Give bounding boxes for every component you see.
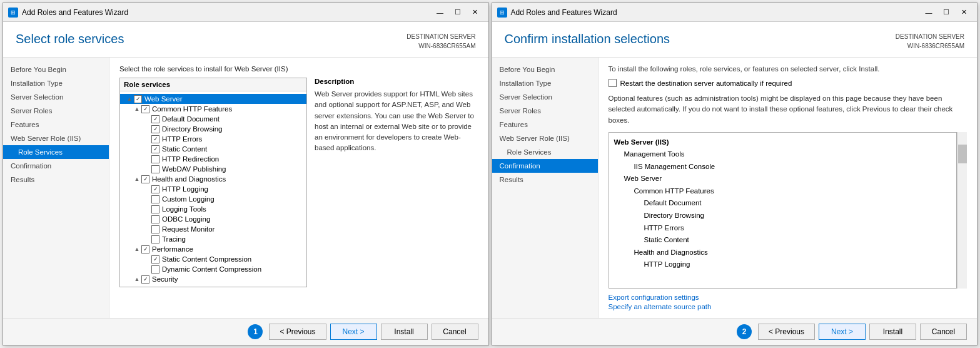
expander-common-http[interactable]: ▲: [133, 105, 141, 113]
sidebar-item-features-1[interactable]: Features: [3, 118, 109, 131]
tree-item-webdav[interactable]: WebDAV Publishing: [120, 164, 306, 174]
sidebar-item-installation-type-1[interactable]: Installation Type: [3, 76, 109, 90]
sidebar-item-before-you-begin-1[interactable]: Before You Begin: [3, 63, 109, 76]
checkbox-request-monitor[interactable]: [151, 225, 159, 233]
alternate-source-link[interactable]: Specify an alternate source path: [609, 303, 967, 310]
checkbox-tracing[interactable]: [151, 235, 159, 243]
minimize-button-2[interactable]: —: [921, 6, 937, 19]
tree-item-security[interactable]: ▲ Security: [120, 274, 306, 284]
install-item-web-server-iis: Web Server (IIS): [614, 136, 952, 149]
checkbox-dynamic-compress[interactable]: [151, 265, 159, 274]
role-services-panel: Select the role services to install for …: [119, 65, 478, 310]
tree-item-web-server[interactable]: ▲ Web Server: [120, 94, 306, 104]
footer-left-1: 1: [248, 324, 265, 339]
restart-label: Restart the destination server automatic…: [620, 79, 792, 87]
tree-item-static-compress[interactable]: Static Content Compression: [120, 254, 306, 264]
services-tree[interactable]: Role services ▲ Web Server: [119, 78, 307, 287]
tree-item-default-doc[interactable]: Default Document: [120, 114, 306, 124]
cancel-button-1[interactable]: Cancel: [432, 324, 478, 340]
export-config-link[interactable]: Export configuration settings: [609, 294, 967, 301]
destination-info-2: DESTINATION SERVER WIN-6836CR655AM: [896, 32, 964, 51]
tree-item-http-errors[interactable]: HTTP Errors: [120, 134, 306, 144]
previous-button-2[interactable]: < Previous: [758, 324, 815, 340]
checkbox-performance[interactable]: [141, 245, 149, 253]
checkbox-health-diag[interactable]: [141, 175, 149, 183]
sidebar-item-server-selection-2[interactable]: Server Selection: [492, 90, 598, 104]
next-button-1[interactable]: Next >: [330, 324, 377, 340]
sidebar-item-server-roles-2[interactable]: Server Roles: [492, 104, 598, 118]
sidebar-item-confirmation-1[interactable]: Confirmation: [3, 159, 109, 173]
tree-item-dir-browsing[interactable]: Directory Browsing: [120, 124, 306, 134]
sidebar-item-features-2[interactable]: Features: [492, 118, 598, 131]
install-item-mgmt-tools: Management Tools: [614, 148, 952, 161]
services-tree-wrap: Role services ▲ Web Server: [119, 78, 307, 310]
sidebar-1: Before You Begin Installation Type Serve…: [3, 58, 109, 318]
checkbox-web-server[interactable]: [134, 95, 142, 103]
maximize-button-2[interactable]: ☐: [938, 6, 954, 19]
tree-item-logging-tools[interactable]: Logging Tools: [120, 204, 306, 214]
wizard-content-1: Before You Begin Installation Type Serve…: [3, 58, 488, 318]
checkbox-security[interactable]: [141, 275, 149, 284]
checkbox-dir-browsing[interactable]: [151, 125, 159, 133]
sidebar-item-web-server-role-2[interactable]: Web Server Role (IIS): [492, 131, 598, 145]
checkbox-static-compress[interactable]: [151, 255, 159, 264]
tree-item-tracing[interactable]: Tracing: [120, 234, 306, 244]
checkbox-logging-tools[interactable]: [151, 205, 159, 213]
tree-item-performance[interactable]: ▲ Performance: [120, 244, 306, 254]
sidebar-item-confirmation-2[interactable]: Confirmation: [492, 159, 598, 173]
install-button-2[interactable]: Install: [869, 324, 916, 340]
next-button-2[interactable]: Next >: [819, 324, 866, 340]
title-bar-controls-2: — ☐ ✕: [921, 6, 972, 19]
scroll-thumb-2[interactable]: [958, 145, 967, 163]
checkbox-odbc-logging[interactable]: [151, 215, 159, 223]
sidebar-item-server-roles-1[interactable]: Server Roles: [3, 104, 109, 118]
checkbox-http-redirect[interactable]: [151, 155, 159, 163]
expander-security[interactable]: ▲: [133, 275, 141, 284]
tree-item-request-monitor[interactable]: Request Monitor: [120, 224, 306, 234]
checkbox-http-errors[interactable]: [151, 135, 159, 143]
tree-item-http-logging[interactable]: HTTP Logging: [120, 184, 306, 194]
cancel-button-2[interactable]: Cancel: [920, 324, 967, 340]
checkbox-static-content[interactable]: [151, 145, 159, 153]
maximize-button-1[interactable]: ☐: [450, 6, 466, 19]
checkbox-default-doc[interactable]: [151, 115, 159, 123]
tree-item-health-diag[interactable]: ▲ Health and Diagnostics: [120, 174, 306, 184]
role-services-header: Role services: [120, 78, 306, 91]
label-odbc-logging: ODBC Logging: [162, 215, 210, 223]
title-bar-left-2: ⊞ Add Roles and Features Wizard: [497, 8, 617, 18]
close-button-2[interactable]: ✕: [956, 6, 972, 19]
checkbox-http-logging[interactable]: [151, 185, 159, 193]
sidebar-item-role-services-2[interactable]: Role Services: [492, 145, 598, 159]
sidebar-item-results-1[interactable]: Results: [3, 173, 109, 187]
sidebar-item-installation-type-2[interactable]: Installation Type: [492, 76, 598, 90]
install-item-web-server: Web Server: [614, 173, 952, 185]
sidebar-item-web-server-role-1[interactable]: Web Server Role (IIS): [3, 131, 109, 145]
sidebar-item-before-you-begin-2[interactable]: Before You Begin: [492, 63, 598, 76]
sidebar-item-server-selection-1[interactable]: Server Selection: [3, 90, 109, 104]
sidebar-item-results-2[interactable]: Results: [492, 173, 598, 187]
minimize-button-1[interactable]: —: [432, 6, 448, 19]
app-icon-1: ⊞: [8, 8, 18, 18]
expander-health-diag[interactable]: ▲: [133, 175, 141, 183]
checkbox-webdav[interactable]: [151, 165, 159, 173]
tree-item-http-redirect[interactable]: HTTP Redirection: [120, 154, 306, 164]
restart-checkbox[interactable]: [609, 79, 617, 87]
checkbox-custom-logging[interactable]: [151, 195, 159, 203]
tree-item-dynamic-compress[interactable]: Dynamic Content Compression: [120, 264, 306, 274]
sidebar-item-role-services-1[interactable]: Role Services: [3, 145, 109, 159]
tree-item-common-http[interactable]: ▲ Common HTTP Features: [120, 104, 306, 114]
tree-item-custom-logging[interactable]: Custom Logging: [120, 194, 306, 204]
close-button-1[interactable]: ✕: [467, 6, 483, 19]
tree-item-odbc-logging[interactable]: ODBC Logging: [120, 214, 306, 224]
checkbox-common-http[interactable]: [141, 105, 149, 113]
previous-button-1[interactable]: < Previous: [269, 324, 326, 340]
install-list-box[interactable]: Web Server (IIS) Management Tools IIS Ma…: [609, 132, 957, 289]
destination-label-1: DESTINATION SERVER: [407, 32, 475, 41]
expander-performance[interactable]: ▲: [133, 245, 141, 253]
expander-web-server[interactable]: ▲: [125, 95, 134, 103]
install-button-1[interactable]: Install: [381, 324, 428, 340]
scrollbar-2[interactable]: [957, 132, 967, 289]
tree-item-static-content[interactable]: Static Content: [120, 144, 306, 154]
services-columns: Role services ▲ Web Server: [119, 78, 478, 310]
label-webdav: WebDAV Publishing: [162, 165, 226, 173]
